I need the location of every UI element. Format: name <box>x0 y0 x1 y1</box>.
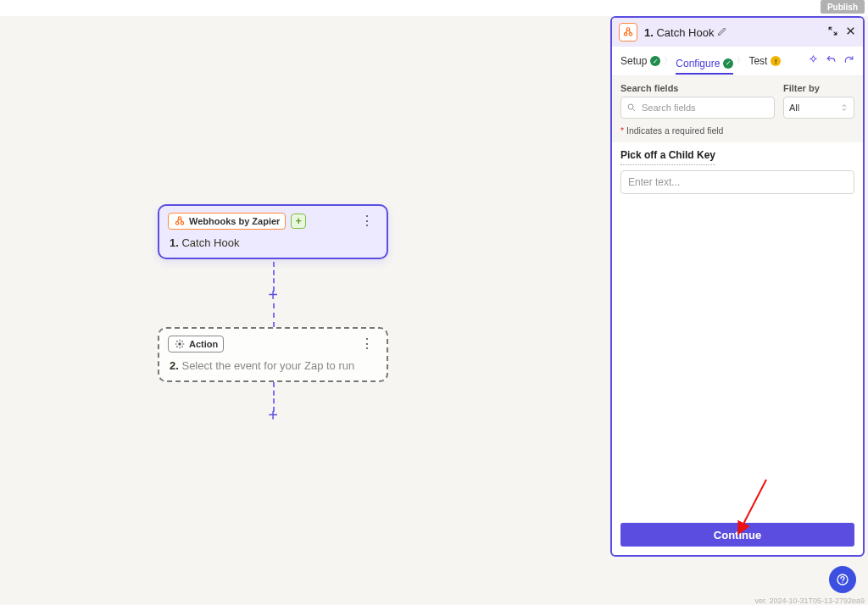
panel-tabs: Setup ✓ 〉 Configure ✓ 〉 Test ! <box>612 47 863 76</box>
node-trigger-header: Webhooks by Zapier + ⋮ <box>159 206 387 233</box>
refresh-icon[interactable] <box>843 54 854 68</box>
filter-by-select[interactable]: All <box>783 97 854 119</box>
search-filter-row: Search fields Search fields Filter by Al… <box>612 76 863 125</box>
webhooks-icon <box>622 26 634 38</box>
action-step-title: Select the event for your Zap to run <box>181 359 354 372</box>
form-area: Pick off a Child Key Enter text... <box>612 142 863 201</box>
search-fields-input[interactable]: Search fields <box>620 97 775 119</box>
check-icon: ✓ <box>650 56 660 66</box>
chevron-right-icon: 〉 <box>664 55 672 67</box>
app-chip-webhooks[interactable]: Webhooks by Zapier <box>168 213 286 230</box>
search-placeholder: Search fields <box>642 103 696 113</box>
action-step-number: 2. <box>170 359 179 372</box>
webhooks-icon <box>174 215 186 227</box>
panel-step-number: 1. <box>644 26 654 39</box>
tabs-tools <box>808 54 854 68</box>
panel-head-tools <box>827 25 856 39</box>
required-note: * Indicates a required field <box>612 125 863 142</box>
node-menu-action[interactable]: ⋮ <box>355 341 378 347</box>
node-action-body: 2. Select the event for your Zap to run <box>159 356 387 380</box>
svg-point-0 <box>175 222 179 225</box>
search-fields-label: Search fields <box>620 83 775 93</box>
panel-app-icon <box>619 23 637 42</box>
panel-header: 1. Catch Hook <box>612 18 863 47</box>
node-trigger[interactable]: Webhooks by Zapier + ⋮ 1. Catch Hook <box>158 204 388 259</box>
tab-setup[interactable]: Setup ✓ <box>620 53 660 69</box>
undo-icon[interactable] <box>826 54 837 68</box>
child-key-input[interactable]: Enter text... <box>620 170 854 194</box>
panel-title: 1. Catch Hook <box>644 26 714 39</box>
annotation-arrow <box>732 476 773 539</box>
warning-icon: ! <box>771 56 781 66</box>
action-chip[interactable]: Action <box>168 336 224 352</box>
svg-point-4 <box>624 33 627 36</box>
publish-button[interactable]: Publish <box>821 0 865 14</box>
check-icon: ✓ <box>723 58 733 69</box>
tab-setup-label: Setup <box>620 55 647 67</box>
node-trigger-body: 1. Catch Hook <box>159 233 387 258</box>
node-menu-trigger[interactable]: ⋮ <box>355 218 378 225</box>
connector-line <box>273 303 275 327</box>
close-icon[interactable] <box>845 25 856 39</box>
trigger-step-number: 1. <box>170 236 179 249</box>
required-note-text: Indicates a required field <box>626 125 723 136</box>
chat-help-icon <box>836 573 849 586</box>
asterisk-icon: * <box>620 125 624 136</box>
expand-icon[interactable] <box>827 25 838 39</box>
help-fab[interactable] <box>829 566 856 593</box>
version-text: ver. 2024-10-31T05-13-2792ea9 <box>754 597 865 605</box>
rename-icon[interactable] <box>717 25 727 40</box>
add-step-between[interactable]: + <box>265 287 281 302</box>
svg-point-7 <box>628 104 633 109</box>
filter-value: All <box>789 103 799 113</box>
child-key-placeholder: Enter text... <box>628 176 680 188</box>
gear-icon <box>174 338 186 350</box>
svg-point-1 <box>181 222 184 225</box>
trigger-step-title: Catch Hook <box>181 236 239 249</box>
app-chip-label: Webhooks by Zapier <box>189 216 280 226</box>
add-step-icon[interactable]: + <box>291 214 306 229</box>
ai-sparkle-icon[interactable] <box>808 54 819 68</box>
topbar <box>0 0 868 16</box>
child-key-label: Pick off a Child Key <box>620 149 715 165</box>
panel-step-title: Catch Hook <box>656 26 714 39</box>
tab-test[interactable]: Test ! <box>748 53 781 69</box>
tab-configure[interactable]: Configure ✓ <box>676 56 733 75</box>
search-icon <box>626 103 637 113</box>
action-chip-label: Action <box>189 339 218 349</box>
node-action[interactable]: Action ⋮ 2. Select the event for your Za… <box>158 327 388 382</box>
filter-by-label: Filter by <box>783 83 854 93</box>
svg-point-3 <box>178 342 181 346</box>
node-action-header: Action ⋮ <box>159 329 387 356</box>
add-step-end[interactable]: + <box>265 408 281 423</box>
chevron-updown-icon <box>840 103 849 112</box>
tab-test-label: Test <box>748 55 767 67</box>
svg-point-5 <box>629 33 632 36</box>
tab-configure-label: Configure <box>676 58 720 69</box>
chevron-right-icon: 〉 <box>737 55 745 67</box>
